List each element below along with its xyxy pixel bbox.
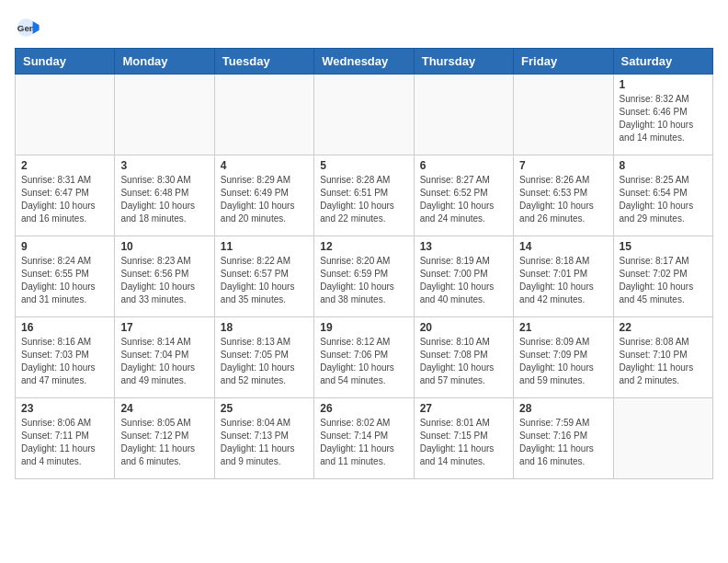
weekday-header-sunday: Sunday xyxy=(16,49,115,75)
calendar-cell: 10Sunrise: 8:23 AM Sunset: 6:56 PM Dayli… xyxy=(115,236,214,317)
day-info: Sunrise: 8:26 AM Sunset: 6:53 PM Dayligh… xyxy=(519,174,607,225)
calendar-cell xyxy=(115,75,214,155)
calendar-cell: 4Sunrise: 8:29 AM Sunset: 6:49 PM Daylig… xyxy=(214,155,313,236)
day-number: 1 xyxy=(620,78,707,91)
calendar-cell: 13Sunrise: 8:19 AM Sunset: 7:00 PM Dayli… xyxy=(414,236,513,317)
calendar-cell: 2Sunrise: 8:31 AM Sunset: 6:47 PM Daylig… xyxy=(16,155,115,236)
day-info: Sunrise: 8:02 AM Sunset: 7:14 PM Dayligh… xyxy=(320,417,407,468)
day-number: 15 xyxy=(620,240,707,253)
calendar-cell: 11Sunrise: 8:22 AM Sunset: 6:57 PM Dayli… xyxy=(214,236,313,317)
day-info: Sunrise: 8:30 AM Sunset: 6:48 PM Dayligh… xyxy=(120,174,208,225)
day-info: Sunrise: 8:08 AM Sunset: 7:10 PM Dayligh… xyxy=(620,336,707,387)
day-info: Sunrise: 8:14 AM Sunset: 7:04 PM Dayligh… xyxy=(120,336,208,387)
calendar-cell xyxy=(613,398,712,479)
day-number: 19 xyxy=(320,321,407,334)
calendar-table: SundayMondayTuesdayWednesdayThursdayFrid… xyxy=(15,48,713,479)
day-number: 5 xyxy=(320,159,407,172)
day-info: Sunrise: 8:27 AM Sunset: 6:52 PM Dayligh… xyxy=(420,174,507,225)
day-info: Sunrise: 8:12 AM Sunset: 7:06 PM Dayligh… xyxy=(320,336,407,387)
day-number: 6 xyxy=(420,159,507,172)
calendar-cell xyxy=(414,75,513,155)
day-info: Sunrise: 8:04 AM Sunset: 7:13 PM Dayligh… xyxy=(221,417,308,468)
svg-marker-2 xyxy=(33,21,40,34)
day-info: Sunrise: 8:22 AM Sunset: 6:57 PM Dayligh… xyxy=(221,255,308,306)
day-number: 27 xyxy=(420,402,507,415)
calendar-cell: 9Sunrise: 8:24 AM Sunset: 6:55 PM Daylig… xyxy=(16,236,115,317)
day-number: 20 xyxy=(420,321,507,334)
day-info: Sunrise: 8:29 AM Sunset: 6:49 PM Dayligh… xyxy=(221,174,308,225)
day-number: 21 xyxy=(519,321,607,334)
day-number: 4 xyxy=(221,159,308,172)
day-info: Sunrise: 8:20 AM Sunset: 6:59 PM Dayligh… xyxy=(320,255,407,306)
calendar-cell xyxy=(16,75,115,155)
day-info: Sunrise: 8:24 AM Sunset: 6:55 PM Dayligh… xyxy=(21,255,108,306)
calendar-cell: 19Sunrise: 8:12 AM Sunset: 7:06 PM Dayli… xyxy=(314,317,414,398)
calendar-cell: 21Sunrise: 8:09 AM Sunset: 7:09 PM Dayli… xyxy=(514,317,613,398)
header: Gen xyxy=(15,15,713,40)
day-info: Sunrise: 8:05 AM Sunset: 7:12 PM Dayligh… xyxy=(120,417,208,468)
calendar-cell xyxy=(214,75,313,155)
weekday-header-thursday: Thursday xyxy=(414,49,513,75)
day-number: 26 xyxy=(320,402,407,415)
calendar-cell: 24Sunrise: 8:05 AM Sunset: 7:12 PM Dayli… xyxy=(115,398,214,479)
day-info: Sunrise: 8:09 AM Sunset: 7:09 PM Dayligh… xyxy=(519,336,607,387)
day-number: 13 xyxy=(420,240,507,253)
day-info: Sunrise: 8:31 AM Sunset: 6:47 PM Dayligh… xyxy=(21,174,108,225)
day-info: Sunrise: 7:59 AM Sunset: 7:16 PM Dayligh… xyxy=(519,417,607,468)
week-row-4: 16Sunrise: 8:16 AM Sunset: 7:03 PM Dayli… xyxy=(16,317,713,398)
day-number: 24 xyxy=(120,402,208,415)
logo-icon: Gen xyxy=(15,15,40,40)
day-info: Sunrise: 8:10 AM Sunset: 7:08 PM Dayligh… xyxy=(420,336,507,387)
day-info: Sunrise: 8:25 AM Sunset: 6:54 PM Dayligh… xyxy=(620,174,707,225)
logo: Gen xyxy=(15,15,44,40)
day-number: 16 xyxy=(21,321,108,334)
day-info: Sunrise: 8:19 AM Sunset: 7:00 PM Dayligh… xyxy=(420,255,507,306)
week-row-3: 9Sunrise: 8:24 AM Sunset: 6:55 PM Daylig… xyxy=(16,236,713,317)
calendar-cell: 22Sunrise: 8:08 AM Sunset: 7:10 PM Dayli… xyxy=(613,317,712,398)
day-number: 17 xyxy=(120,321,208,334)
day-info: Sunrise: 8:13 AM Sunset: 7:05 PM Dayligh… xyxy=(221,336,308,387)
calendar-cell: 14Sunrise: 8:18 AM Sunset: 7:01 PM Dayli… xyxy=(514,236,613,317)
day-info: Sunrise: 8:18 AM Sunset: 7:01 PM Dayligh… xyxy=(519,255,607,306)
calendar-cell: 12Sunrise: 8:20 AM Sunset: 6:59 PM Dayli… xyxy=(314,236,414,317)
day-number: 14 xyxy=(519,240,607,253)
day-info: Sunrise: 8:23 AM Sunset: 6:56 PM Dayligh… xyxy=(120,255,208,306)
weekday-header-friday: Friday xyxy=(514,49,613,75)
weekday-header-wednesday: Wednesday xyxy=(314,49,414,75)
day-number: 23 xyxy=(21,402,108,415)
day-info: Sunrise: 8:06 AM Sunset: 7:11 PM Dayligh… xyxy=(21,417,108,468)
day-number: 10 xyxy=(120,240,208,253)
calendar-cell: 23Sunrise: 8:06 AM Sunset: 7:11 PM Dayli… xyxy=(16,398,115,479)
weekday-header-saturday: Saturday xyxy=(613,49,712,75)
calendar-cell: 18Sunrise: 8:13 AM Sunset: 7:05 PM Dayli… xyxy=(214,317,313,398)
day-number: 9 xyxy=(21,240,108,253)
week-row-5: 23Sunrise: 8:06 AM Sunset: 7:11 PM Dayli… xyxy=(16,398,713,479)
calendar-cell: 8Sunrise: 8:25 AM Sunset: 6:54 PM Daylig… xyxy=(613,155,712,236)
weekday-header-monday: Monday xyxy=(115,49,214,75)
week-row-1: 1Sunrise: 8:32 AM Sunset: 6:46 PM Daylig… xyxy=(16,75,713,155)
calendar-cell: 16Sunrise: 8:16 AM Sunset: 7:03 PM Dayli… xyxy=(16,317,115,398)
calendar-cell: 6Sunrise: 8:27 AM Sunset: 6:52 PM Daylig… xyxy=(414,155,513,236)
calendar-cell: 5Sunrise: 8:28 AM Sunset: 6:51 PM Daylig… xyxy=(314,155,414,236)
day-number: 12 xyxy=(320,240,407,253)
day-number: 8 xyxy=(620,159,707,172)
day-info: Sunrise: 8:17 AM Sunset: 7:02 PM Dayligh… xyxy=(620,255,707,306)
day-info: Sunrise: 8:32 AM Sunset: 6:46 PM Dayligh… xyxy=(620,93,707,144)
calendar-cell: 1Sunrise: 8:32 AM Sunset: 6:46 PM Daylig… xyxy=(613,75,712,155)
day-number: 2 xyxy=(21,159,108,172)
weekday-header-row: SundayMondayTuesdayWednesdayThursdayFrid… xyxy=(16,49,713,75)
day-number: 18 xyxy=(221,321,308,334)
svg-text:Gen: Gen xyxy=(17,23,35,33)
day-info: Sunrise: 8:01 AM Sunset: 7:15 PM Dayligh… xyxy=(420,417,507,468)
day-number: 25 xyxy=(221,402,308,415)
calendar-cell: 26Sunrise: 8:02 AM Sunset: 7:14 PM Dayli… xyxy=(314,398,414,479)
calendar-cell xyxy=(514,75,613,155)
day-info: Sunrise: 8:16 AM Sunset: 7:03 PM Dayligh… xyxy=(21,336,108,387)
calendar-cell xyxy=(314,75,414,155)
calendar-cell: 7Sunrise: 8:26 AM Sunset: 6:53 PM Daylig… xyxy=(514,155,613,236)
calendar-cell: 27Sunrise: 8:01 AM Sunset: 7:15 PM Dayli… xyxy=(414,398,513,479)
day-number: 11 xyxy=(221,240,308,253)
day-info: Sunrise: 8:28 AM Sunset: 6:51 PM Dayligh… xyxy=(320,174,407,225)
week-row-2: 2Sunrise: 8:31 AM Sunset: 6:47 PM Daylig… xyxy=(16,155,713,236)
weekday-header-tuesday: Tuesday xyxy=(214,49,313,75)
